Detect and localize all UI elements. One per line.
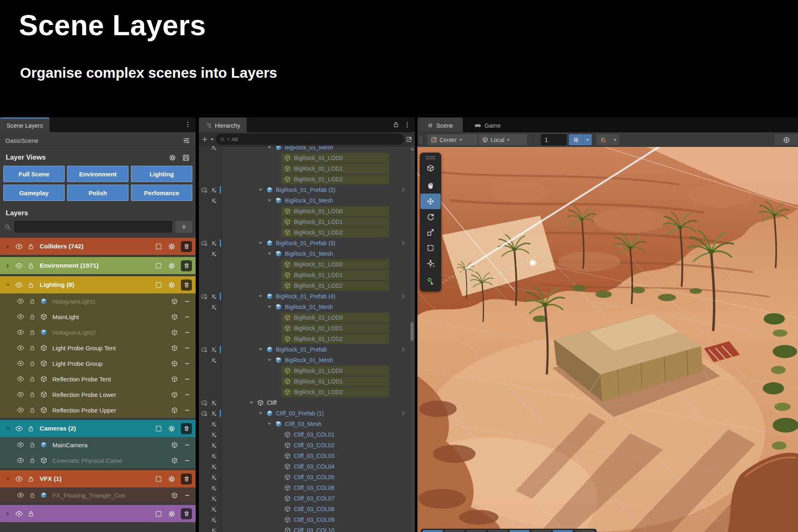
scene-picking-off-icon[interactable] <box>210 485 217 491</box>
hierarchy-row[interactable]: BigRock_01_LOD2 <box>199 387 410 397</box>
eye-icon[interactable] <box>16 298 25 305</box>
goto-cube-icon[interactable] <box>169 407 180 414</box>
expander-icon[interactable] <box>249 400 254 406</box>
layer-row[interactable]: Colliders (742) <box>0 238 196 255</box>
search-picker-icon[interactable] <box>406 136 413 143</box>
hierarchy-row[interactable]: Cliff_03_COL09 <box>199 514 410 525</box>
scene-picking-off-icon[interactable] <box>210 421 217 427</box>
view-button-gameplay[interactable]: Gameplay <box>3 185 65 201</box>
delete-layer-button[interactable] <box>181 241 192 252</box>
hierarchy-row[interactable]: BigRock_01_Prefab (3) <box>199 238 410 248</box>
layer-row[interactable] <box>0 505 196 522</box>
overlay-square-gray[interactable] <box>575 530 595 532</box>
view-button-environment[interactable]: Environment <box>67 166 128 182</box>
expander-icon[interactable] <box>267 304 272 310</box>
tab-scene-layers[interactable]: Scene Layers <box>0 117 50 132</box>
toolbar-drag-handle[interactable] <box>419 136 420 144</box>
eye-icon[interactable] <box>16 360 25 367</box>
grid-snap-toggle[interactable] <box>569 134 583 145</box>
lock-icon[interactable] <box>26 243 36 250</box>
remove-from-layer-icon[interactable] <box>182 298 192 305</box>
layer-object-row[interactable]: Light Probe Group Tent <box>0 340 196 356</box>
tool-rotate-button[interactable] <box>420 209 441 225</box>
layer-object-row[interactable]: Cinematic Physical Came <box>0 453 196 468</box>
tool-rect-button[interactable] <box>420 240 441 256</box>
goto-cube-icon[interactable] <box>169 457 180 464</box>
hierarchy-row[interactable]: BigRock_01_LOD2 <box>199 334 410 344</box>
unlock-icon[interactable] <box>28 298 37 304</box>
eye-icon[interactable] <box>16 391 25 398</box>
select-frame-icon[interactable] <box>153 243 164 250</box>
grid-snap-button[interactable] <box>569 134 592 145</box>
hierarchy-row[interactable]: BigRock_01_Mesh <box>199 146 410 153</box>
hierarchy-row[interactable]: BigRock_01_LOD0 <box>199 312 410 323</box>
hierarchy-row[interactable]: Cliff_03_COL02 <box>199 440 410 451</box>
view-button-full-scene[interactable]: Full Scene <box>3 166 65 182</box>
hierarchy-row[interactable]: Cliff_03_COL07 <box>199 493 410 504</box>
save-icon[interactable] <box>182 154 190 162</box>
remove-from-layer-icon[interactable] <box>182 442 192 449</box>
hierarchy-row[interactable]: BigRock_01_LOD2 <box>199 227 410 238</box>
prefab-open-chevron-icon[interactable] <box>400 187 406 193</box>
delete-layer-button[interactable] <box>181 423 192 434</box>
overlay-square-gray[interactable] <box>466 530 486 532</box>
overlay-square-gray[interactable] <box>531 530 551 532</box>
layer-object-row[interactable]: HologramLight2 <box>0 325 196 340</box>
tool-hand-button[interactable] <box>420 178 441 194</box>
scene-picking-off-icon[interactable] <box>210 357 217 363</box>
hierarchy-row[interactable]: BigRock_01_LOD0 <box>199 206 410 216</box>
scene-picking-off-icon[interactable] <box>210 516 217 523</box>
scene-visibility-off-icon[interactable] <box>201 410 207 417</box>
expander-icon[interactable] <box>258 294 263 299</box>
hierarchy-row[interactable]: BigRock_01_LOD1 <box>199 323 410 334</box>
select-frame-icon[interactable] <box>153 510 164 518</box>
layer-gear-icon[interactable] <box>166 262 177 270</box>
overlay-square-blue[interactable] <box>423 530 443 532</box>
prefab-open-chevron-icon[interactable] <box>400 240 406 246</box>
layer-row[interactable]: Cameras (2) <box>0 420 196 437</box>
hierarchy-row[interactable]: BigRock_01_LOD1 <box>199 216 410 227</box>
toolstrip-drag-handle[interactable] <box>420 155 441 160</box>
goto-cube-icon[interactable] <box>169 442 180 449</box>
layer-gear-icon[interactable] <box>166 425 177 433</box>
overlay-square-blue[interactable] <box>553 530 573 532</box>
hierarchy-row[interactable]: BigRock_01_Prefab <box>199 344 410 355</box>
tool-move-button[interactable] <box>420 194 441 209</box>
delete-layer-button[interactable] <box>181 280 192 291</box>
layer-row[interactable]: VFX (1) <box>0 470 196 487</box>
view-button-polish[interactable]: Polish <box>67 185 128 201</box>
scene-picking-off-icon[interactable] <box>210 527 217 532</box>
expander-icon[interactable] <box>267 358 272 363</box>
panel-menu-icon[interactable] <box>404 121 411 128</box>
increment-snap-toggle[interactable] <box>596 134 610 145</box>
layer-row[interactable]: Environment (1971) <box>0 257 196 274</box>
unlock-icon[interactable] <box>28 407 37 413</box>
goto-cube-icon[interactable] <box>169 492 180 499</box>
overlay-square-gray[interactable] <box>488 530 508 532</box>
layer-object-row[interactable]: FX_Floating_Triangle_Con <box>0 487 196 503</box>
scene-bottom-overlay[interactable] <box>421 529 597 532</box>
remove-from-layer-icon[interactable] <box>182 313 192 320</box>
layer-gear-icon[interactable] <box>166 281 177 289</box>
hierarchy-row[interactable]: BigRock_01_Prefab (2) <box>199 185 410 195</box>
scene-viewport[interactable] <box>417 147 798 532</box>
layer-expander-icon[interactable] <box>4 476 12 482</box>
delete-layer-button[interactable] <box>181 473 192 485</box>
layer-expander-icon[interactable] <box>4 282 12 288</box>
layer-object-row[interactable]: Reflection Probe Tent <box>0 371 196 387</box>
layer-object-row[interactable]: MainCamera <box>0 437 196 453</box>
expander-icon[interactable] <box>267 422 272 427</box>
remove-from-layer-icon[interactable] <box>182 391 192 398</box>
layer-expander-icon[interactable] <box>4 243 12 250</box>
eye-icon[interactable] <box>14 510 24 518</box>
unlock-icon[interactable] <box>28 313 37 320</box>
eye-icon[interactable] <box>16 457 25 464</box>
panel-menu-icon[interactable] <box>184 121 192 128</box>
eye-icon[interactable] <box>14 281 24 289</box>
select-frame-icon[interactable] <box>153 281 164 289</box>
eye-icon[interactable] <box>16 441 25 449</box>
unlock-icon[interactable] <box>28 329 37 336</box>
create-plus-icon[interactable] <box>201 136 208 143</box>
unlock-icon[interactable] <box>28 345 37 351</box>
hierarchy-row[interactable]: Cliff_03_Prefab (1) <box>199 408 410 419</box>
